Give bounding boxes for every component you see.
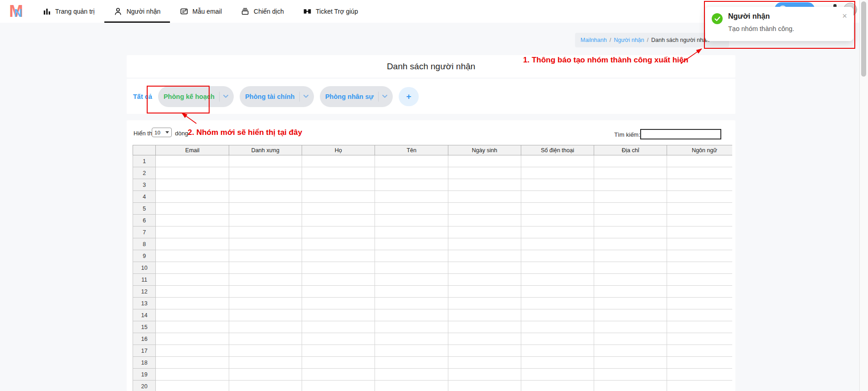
table-cell [521, 309, 594, 321]
table-cell [448, 381, 521, 391]
table-cell [667, 250, 732, 262]
table-cell [448, 203, 521, 215]
table-cell [375, 155, 448, 167]
row-number-cell: 8 [133, 238, 156, 250]
table-cell [448, 333, 521, 345]
close-icon[interactable]: × [842, 11, 847, 21]
row-number-cell: 4 [133, 191, 156, 203]
row-number-cell: 10 [133, 262, 156, 274]
nav-item[interactable]: Ticket Trợ giúp [293, 0, 368, 23]
table-cell [667, 191, 732, 203]
table-row: 18 [133, 357, 733, 369]
campaign-icon [241, 7, 250, 16]
table-cell [302, 298, 375, 309]
table-cell [594, 321, 667, 333]
table-cell [156, 262, 229, 274]
table-cell [594, 215, 667, 226]
group-tab[interactable]: Phòng nhân sự [320, 86, 393, 107]
add-group-button[interactable]: + [399, 87, 419, 106]
table-cell [448, 262, 521, 274]
group-tab[interactable]: Phòng kế hoạch [158, 86, 234, 107]
table-cell [594, 286, 667, 298]
table-cell [448, 191, 521, 203]
table-cell [448, 238, 521, 250]
table-cell [594, 357, 667, 369]
group-tab[interactable]: Phòng tài chính [240, 86, 314, 107]
column-header: Họ [302, 145, 375, 155]
table-cell [448, 179, 521, 191]
success-check-icon [712, 13, 723, 24]
pill-divider [219, 92, 220, 102]
table-cell [375, 369, 448, 381]
table-cell [521, 226, 594, 238]
table-cell [448, 369, 521, 381]
table-cell [302, 381, 375, 391]
table-cell [667, 286, 732, 298]
table-cell [667, 381, 732, 391]
ticket-icon [303, 7, 312, 16]
table-cell [375, 274, 448, 286]
search-input[interactable] [640, 129, 721, 139]
chevron-down-icon[interactable] [382, 95, 387, 98]
column-header: Ngày sinh [448, 145, 521, 155]
table-cell [521, 298, 594, 309]
row-number-cell: 14 [133, 309, 156, 321]
table-cell [448, 155, 521, 167]
nav-item[interactable]: Chiến dịch [231, 0, 293, 23]
annotation-note-2: 2. Nhóm mới sẽ hiển thị tại đây [188, 128, 302, 137]
table-cell [521, 155, 594, 167]
table-cell [448, 167, 521, 179]
breadcrumb-recipients-link[interactable]: Người nhận [614, 37, 644, 43]
table-cell [448, 357, 521, 369]
table-cell [521, 191, 594, 203]
table-cell [229, 167, 302, 179]
table-cell [448, 298, 521, 309]
table-cell [156, 333, 229, 345]
table-cell [594, 369, 667, 381]
table-cell [375, 298, 448, 309]
table-cell [375, 250, 448, 262]
scrollbar-thumb[interactable] [861, 1, 866, 77]
table-cell [229, 238, 302, 250]
rows-label: dòng [175, 130, 188, 137]
table-row: 20 [133, 381, 733, 391]
row-number-cell: 13 [133, 298, 156, 309]
nav-item[interactable]: Trang quản trị [33, 0, 104, 23]
row-number-cell: 18 [133, 357, 156, 369]
table-cell [521, 333, 594, 345]
breadcrumb-current: Danh sách người nhận [651, 37, 709, 43]
page-size-select[interactable]: 10 [152, 128, 172, 137]
breadcrumb-home-link[interactable]: Mailnhanh [580, 37, 607, 43]
table-cell [594, 250, 667, 262]
person-icon [114, 7, 123, 16]
table-cell [156, 238, 229, 250]
table-row: 15 [133, 321, 733, 333]
chevron-down-icon[interactable] [223, 95, 228, 98]
table-cell [156, 345, 229, 357]
row-number-cell: 9 [133, 250, 156, 262]
table-cell [594, 298, 667, 309]
table-cell [375, 203, 448, 215]
table-cell [229, 381, 302, 391]
table-cell [156, 167, 229, 179]
nav-item[interactable]: Mẫu email [170, 0, 231, 23]
page-size-value: 10 [154, 130, 160, 135]
chevron-down-icon[interactable] [303, 95, 308, 98]
table-cell [667, 274, 732, 286]
toast-notification: Người nhận Tạo nhóm thành công. × [705, 7, 853, 41]
table-cell [229, 309, 302, 321]
table-cell [229, 203, 302, 215]
mailnhanh-logo-icon[interactable]: MN [9, 1, 30, 22]
table-cell [302, 167, 375, 179]
table-row: 16 [133, 333, 733, 345]
table-row: 7 [133, 226, 733, 238]
row-number-cell: 19 [133, 369, 156, 381]
nav-item[interactable]: Người nhận [104, 0, 170, 23]
table-row: 19 [133, 369, 733, 381]
table-row: 5 [133, 203, 733, 215]
table-cell [375, 357, 448, 369]
table-cell [594, 179, 667, 191]
table-cell [521, 286, 594, 298]
table-cell [448, 286, 521, 298]
group-tab-all[interactable]: Tất cả [133, 93, 152, 100]
